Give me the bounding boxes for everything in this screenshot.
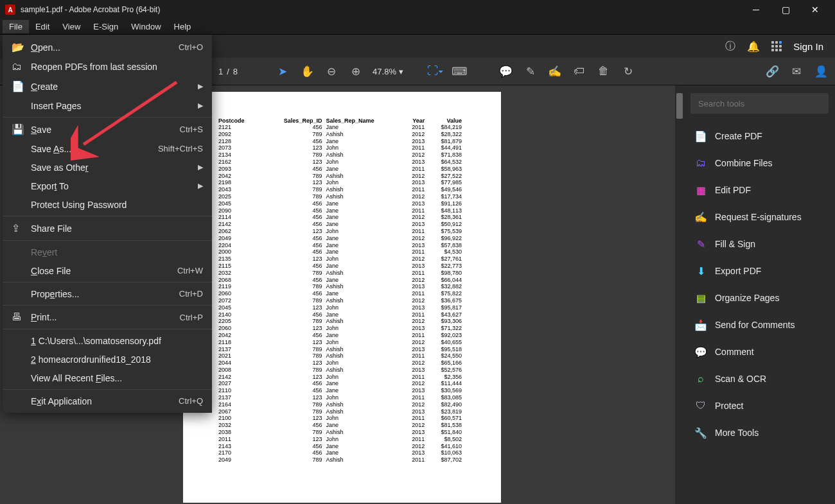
account-icon[interactable]: 👤 (813, 65, 829, 78)
tool-icon: 💬 (694, 345, 707, 358)
tool-icon: ▦ (694, 184, 707, 196)
table-row: 2134789Ashish2012$71,838 (218, 152, 466, 159)
menu-help[interactable]: Help (168, 20, 198, 33)
rotate-icon[interactable]: ↻ (620, 65, 636, 78)
menu-share-file[interactable]: ⇪Share File (3, 218, 212, 238)
table-row: 2045456Jane2013$91,126 (218, 200, 466, 207)
pdf-page: PostcodeSales_Rep_IDSales_Rep_NameYearVa… (183, 92, 501, 503)
table-row: 2062123John2011$75,539 (218, 228, 466, 235)
file-menu-dropdown: 📂Open...Ctrl+O 🗂Reopen PDFs from last se… (3, 35, 212, 413)
close-button[interactable]: ✕ (800, 0, 830, 19)
read-mode-icon[interactable]: ⌨ (452, 65, 468, 78)
data-table: PostcodeSales_Rep_IDSales_Rep_NameYearVa… (218, 117, 466, 464)
table-row: 2198123John2013$77,985 (218, 179, 466, 186)
menu-reopen[interactable]: 🗂Reopen PDFs from last session (3, 57, 212, 76)
hand-icon[interactable]: ✋ (299, 65, 315, 78)
table-row: 2114456Jane2012$28,361 (218, 214, 466, 221)
tool-combine-files[interactable]: 🗂Combine Files (690, 150, 829, 177)
tool-organize-pages[interactable]: ▤Organize Pages (690, 284, 829, 311)
menu-export-to[interactable]: Export To▶ (3, 177, 212, 195)
tool-icon: 📩 (694, 318, 707, 331)
maximize-button[interactable]: ▢ (771, 0, 800, 19)
menu-esign[interactable]: E-Sign (87, 20, 125, 33)
zoom-out-icon[interactable]: ⊖ (324, 65, 339, 78)
tool-label: Request E-signatures (715, 212, 802, 222)
title-bar: A sample1.pdf - Adobe Acrobat Pro (64-bi… (0, 0, 835, 19)
delete-icon[interactable]: 🗑 (596, 65, 611, 78)
menu-file[interactable]: File (3, 20, 29, 33)
table-row: 2042456Jane2011$92,023 (218, 332, 466, 339)
table-row: 2128456Jane2013$81,879 (218, 138, 466, 145)
tool-icon: ▤ (694, 291, 707, 304)
stamp-icon[interactable]: 🏷 (572, 65, 587, 78)
fit-width-icon[interactable]: ⛶▾ (428, 65, 443, 78)
menu-properties[interactable]: Properties...Ctrl+D (3, 284, 212, 303)
tool-create-pdf[interactable]: 📄Create PDF (690, 123, 829, 150)
table-row: 2060123John2013$71,322 (218, 325, 466, 332)
vertical-scrollbar[interactable] (675, 85, 684, 504)
tool-comment[interactable]: 💬Comment (690, 338, 829, 365)
menu-create[interactable]: 📄Create▶ (3, 76, 212, 96)
apps-icon[interactable] (771, 41, 782, 51)
tool-request-e-signatures[interactable]: ✍Request E-signatures (690, 204, 829, 230)
table-row: 2043789Ashish2011$49,546 (218, 186, 466, 193)
menu-print[interactable]: 🖶Print...Ctrl+P (3, 308, 212, 327)
link-icon[interactable]: 🔗 (764, 65, 780, 78)
tool-icon: ✍ (694, 211, 707, 223)
table-row: 2011123John2011$8,502 (218, 436, 466, 443)
tool-scan-ocr[interactable]: ⌕Scan & OCR (690, 365, 829, 392)
menu-close-file[interactable]: Close FileCtrl+W (3, 261, 212, 280)
table-row: 2092789Ashish2012$28,322 (218, 131, 466, 138)
menu-exit[interactable]: Exit ApplicationCtrl+Q (3, 392, 212, 410)
menu-edit[interactable]: Edit (29, 20, 56, 33)
table-row: 2142123John2011$2,356 (218, 374, 466, 381)
tool-icon: 🛡 (694, 399, 707, 412)
tool-send-for-comments[interactable]: 📩Send for Comments (690, 311, 829, 338)
table-row: 2000456Jane2011$4,530 (218, 248, 466, 256)
sign-in-button[interactable]: Sign In (793, 41, 823, 52)
table-row: 2044123John2012$65,166 (218, 360, 466, 367)
menu-recent-1[interactable]: 1 C:\Users\...\somatosensory.pdf (3, 331, 212, 350)
notifications-icon[interactable]: 🔔 (747, 40, 760, 53)
zoom-in-icon[interactable]: ⊕ (348, 65, 364, 78)
page-current[interactable]: 1 (218, 67, 223, 76)
table-row: 2100123John2011$60,571 (218, 415, 466, 422)
zoom-level[interactable]: 47.8% ▾ (373, 67, 403, 76)
tool-label: Scan & OCR (715, 374, 766, 384)
col-header: Value (428, 117, 466, 124)
minimize-button[interactable]: ─ (741, 0, 771, 19)
search-tools-input[interactable] (690, 93, 829, 114)
table-row: 2027456Jane2012$11,444 (218, 380, 466, 387)
help-icon[interactable]: ⓘ (725, 40, 735, 53)
email-icon[interactable]: ✉ (789, 65, 804, 78)
tool-more-tools[interactable]: 🔧More Tools (690, 419, 829, 446)
menu-view-all-recent[interactable]: View All Recent Files... (3, 369, 212, 387)
menu-save-as[interactable]: Save As...Shift+Ctrl+S (3, 139, 212, 158)
table-row: 2140456Jane2011$43,627 (218, 311, 466, 318)
table-row: 2118123John2012$40,655 (218, 339, 466, 346)
highlight-icon[interactable]: ✎ (523, 65, 538, 78)
menu-window[interactable]: Window (125, 20, 167, 33)
menu-view[interactable]: View (56, 20, 87, 33)
tool-edit-pdf[interactable]: ▦Edit PDF (690, 177, 829, 204)
tool-label: Create PDF (715, 131, 762, 141)
tool-label: Comment (715, 347, 754, 357)
tool-fill-sign[interactable]: ✎Fill & Sign (690, 230, 829, 257)
scroll-thumb[interactable] (676, 93, 683, 119)
sign-icon[interactable]: ✍ (547, 65, 563, 78)
app-icon: A (5, 4, 15, 15)
table-row: 2073123John2011$44,491 (218, 144, 466, 152)
table-row: 2090456Jane2011$48,113 (218, 207, 466, 214)
menu-save-as-other[interactable]: Save as Other▶ (3, 158, 212, 177)
comment-icon[interactable]: 💬 (498, 65, 514, 78)
table-row: 2137789Ashish2013$95,518 (218, 346, 466, 353)
col-header: Sales_Rep_ID (263, 117, 326, 124)
pointer-icon[interactable]: ➤ (275, 65, 290, 78)
menu-protect-password[interactable]: Protect Using Password (3, 195, 212, 214)
menu-open[interactable]: 📂Open...Ctrl+O (3, 37, 212, 57)
menu-insert-pages[interactable]: Insert Pages▶ (3, 96, 212, 115)
tool-protect[interactable]: 🛡Protect (690, 392, 829, 419)
menu-recent-2[interactable]: 2 homeacrordrunified18_2018 (3, 350, 212, 369)
menu-save[interactable]: 💾SaveCtrl+S (3, 119, 212, 139)
tool-export-pdf[interactable]: ⬇Export PDF (690, 257, 829, 284)
